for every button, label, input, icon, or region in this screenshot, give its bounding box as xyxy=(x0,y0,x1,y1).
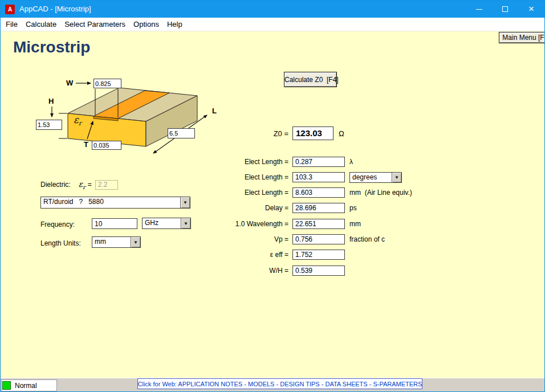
result-row-vp: Vp = 0.756 fraction of c xyxy=(172,234,385,245)
elect-length-degrees-value[interactable]: 103.3 xyxy=(292,172,345,182)
result-row-elect-length-mm: Elect Length = 8.603 mm (Air Line equiv.… xyxy=(172,187,412,198)
z0-result-row: Z0 = 123.03 Ω xyxy=(172,126,344,140)
minimize-button[interactable] xyxy=(466,1,492,18)
chevron-down-icon: ▼ xyxy=(183,200,188,205)
dropdown-arrow-button[interactable]: ▼ xyxy=(180,197,190,208)
elect-length-lambda-value[interactable]: 0.287 xyxy=(292,157,345,167)
menu-options[interactable]: Options xyxy=(129,18,163,31)
er-symbol: εr xyxy=(79,179,86,190)
status-mode: Normal xyxy=(15,382,37,390)
wavelength-value[interactable]: 22.651 xyxy=(292,219,345,229)
microstrip-diagram: W H εr T L xyxy=(23,66,246,163)
t-input[interactable] xyxy=(92,141,121,150)
page-title: Microstrip xyxy=(13,38,90,56)
titlebar: A AppCAD - [Microstrip] × xyxy=(1,1,544,18)
menu-file[interactable]: File xyxy=(2,18,22,31)
t-label: T xyxy=(84,140,88,149)
window-controls: × xyxy=(466,1,544,18)
frequency-unit-value: GHz xyxy=(143,218,181,228)
appcad-window: A AppCAD - [Microstrip] × File Calculate… xyxy=(0,0,545,392)
dielectric-material-dropdown[interactable]: RT/duroid ? 5880 ▼ xyxy=(40,197,190,209)
er-value-input xyxy=(95,180,118,190)
calculate-z0-button[interactable]: Calculate Z0 [F4] xyxy=(284,72,337,87)
chevron-down-icon: ▼ xyxy=(394,175,399,180)
close-button[interactable]: × xyxy=(518,1,544,18)
length-units-value: mm xyxy=(92,237,131,247)
result-row-elect-length-lambda: Elect Length = 0.287 λ xyxy=(172,156,353,168)
menubar: File Calculate Select Parameters Options… xyxy=(1,18,544,31)
minimize-icon xyxy=(476,9,482,10)
z0-unit: Ω xyxy=(339,129,344,138)
result-row-elect-length-degrees: Elect Length = 103.3 degrees ▼ xyxy=(172,172,402,183)
degrees-dropdown-value: degrees xyxy=(350,173,392,182)
vp-value[interactable]: 0.756 xyxy=(292,234,345,244)
menu-help[interactable]: Help xyxy=(163,18,186,31)
dielectric-material-value: RT/duroid ? 5880 xyxy=(41,197,180,208)
status-panel: Normal xyxy=(1,379,57,391)
dropdown-arrow-button[interactable]: ▼ xyxy=(392,173,401,182)
frequency-input[interactable] xyxy=(92,218,137,229)
degrees-dropdown[interactable]: degrees ▼ xyxy=(349,172,402,183)
w-input[interactable] xyxy=(93,79,121,88)
z0-label: Z0 = xyxy=(172,129,288,138)
elect-length-mm-value[interactable]: 8.603 xyxy=(292,187,345,198)
w-over-h-value[interactable]: 0.539 xyxy=(292,266,345,276)
chevron-down-icon: ▼ xyxy=(184,221,188,226)
maximize-icon xyxy=(502,6,508,12)
dropdown-arrow-button[interactable]: ▼ xyxy=(181,218,190,228)
w-label: W xyxy=(66,79,73,87)
h-label: H xyxy=(48,97,54,105)
result-row-w-over-h: W/H = 0.539 xyxy=(172,265,349,276)
menu-calculate[interactable]: Calculate xyxy=(22,18,60,31)
dielectric-label: Dielectric: xyxy=(40,181,71,189)
result-row-delay: Delay = 28.696 ps xyxy=(172,202,357,214)
frequency-label: Frequency: xyxy=(40,220,75,228)
maximize-button[interactable] xyxy=(492,1,518,18)
eeff-value[interactable]: 1.752 xyxy=(292,250,345,260)
chevron-down-icon: ▼ xyxy=(133,240,138,245)
result-row-wavelength: 1.0 Wavelength = 22.651 mm xyxy=(172,218,361,230)
l-label: L xyxy=(212,107,217,115)
h-input[interactable] xyxy=(36,120,62,130)
status-indicator xyxy=(2,381,11,390)
result-row-eeff: ε eff = 1.752 xyxy=(172,249,349,260)
dropdown-arrow-button[interactable]: ▼ xyxy=(131,237,140,247)
z0-value[interactable]: 123.03 xyxy=(292,126,333,140)
length-units-dropdown[interactable]: mm ▼ xyxy=(92,236,141,248)
length-units-label: Length Units: xyxy=(40,239,81,247)
web-link-bar[interactable]: Click for Web: APPLICATION NOTES - MODEL… xyxy=(137,378,422,389)
main-menu-button[interactable]: Main Menu [F8] xyxy=(499,32,545,43)
menu-select-parameters[interactable]: Select Parameters xyxy=(60,18,129,31)
er-diagram-label: εr xyxy=(74,114,82,127)
frequency-unit-dropdown[interactable]: GHz ▼ xyxy=(142,218,191,229)
appcad-icon: A xyxy=(5,5,15,14)
delay-value[interactable]: 28.696 xyxy=(292,203,345,213)
window-title: AppCAD - [Microstrip] xyxy=(19,1,91,18)
dielectric-row: Dielectric: εr = xyxy=(40,179,118,190)
